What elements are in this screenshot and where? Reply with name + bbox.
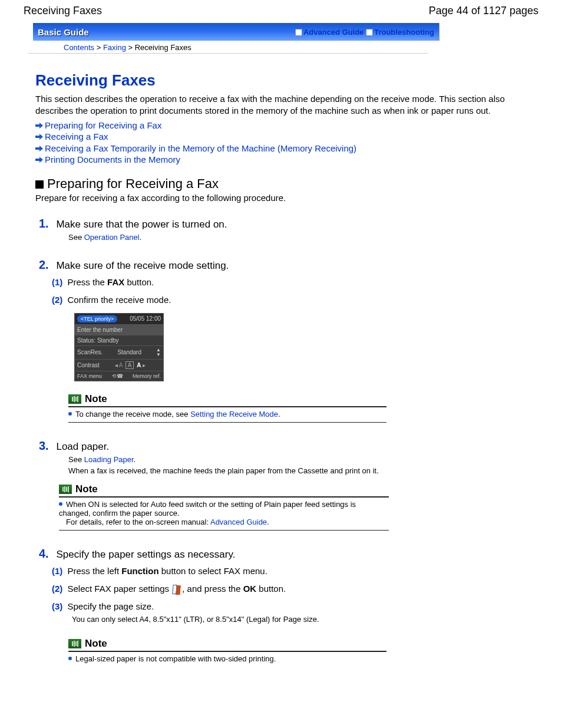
section-heading: Preparing for Receiving a Fax — [35, 176, 527, 192]
note-icon — [68, 394, 81, 404]
breadcrumb-current: Receiving Faxes — [135, 43, 191, 52]
step-2: 2. Make sure of the receive mode setting… — [35, 258, 527, 423]
bullet-icon — [59, 502, 62, 506]
substep-4-3: (3) Specify the page size. — [52, 599, 527, 614]
advanced-guide-link[interactable]: Advanced Guide — [303, 28, 364, 37]
page-title: Receiving Faxes — [35, 71, 527, 90]
see-line: See Operation Panel. — [68, 233, 527, 242]
lcd-time: 05/05 12:00 — [130, 315, 161, 322]
square-icon — [295, 29, 302, 36]
arrow-icon — [35, 157, 44, 163]
substep-2-2: (2) Confirm the receive mode. — [52, 293, 527, 307]
lcd-mode-tab: <TEL priority> — [77, 315, 117, 322]
setting-receive-mode-link[interactable]: Setting the Receive Mode — [190, 410, 278, 419]
note-box-1: Note To change the receive mode, see Set… — [68, 393, 386, 423]
step-text: Make sure that the power is turned on. — [56, 219, 227, 230]
breadcrumb: Contents > Faxing > Receiving Faxes — [28, 41, 428, 54]
breadcrumb-contents[interactable]: Contents — [64, 43, 94, 52]
note-icon — [68, 639, 81, 648]
step-text: Load paper. — [56, 441, 109, 452]
operation-panel-link[interactable]: Operation Panel — [84, 233, 140, 242]
step-number: 3. — [39, 439, 49, 452]
toc-link[interactable]: Receiving a Fax Temporarily in the Memor… — [45, 143, 356, 153]
intro-text: This section describes the operation to … — [35, 93, 527, 117]
lcd-menu-right: Memory ref. — [133, 373, 161, 379]
step-text: Specify the paper settings as necessary. — [56, 549, 235, 560]
toc-link[interactable]: Preparing for Receiving a Fax — [45, 120, 161, 130]
guide-links: Advanced Guide Troubleshooting — [295, 28, 434, 37]
substep-4-2: (2) Select FAX paper settings , and pres… — [52, 582, 527, 596]
note-title: Note — [85, 393, 107, 405]
square-bullet-icon — [35, 180, 44, 189]
arrow-icon — [35, 123, 44, 129]
lcd-menu-left: FAX menu — [77, 373, 102, 379]
page-indicator: Page 44 of 1127 pages — [429, 5, 538, 17]
guide-bar: Basic Guide Advanced Guide Troubleshooti… — [33, 23, 439, 41]
square-icon — [366, 29, 373, 36]
lcd-status: Status: Standby — [77, 337, 119, 344]
loading-paper-link[interactable]: Loading Paper — [84, 455, 134, 464]
paper-settings-icon — [173, 585, 181, 594]
note-icon — [59, 485, 72, 494]
arrow-icon — [35, 146, 44, 151]
advanced-guide-link[interactable]: Advanced Guide — [210, 518, 267, 526]
guide-title: Basic Guide — [38, 27, 89, 37]
lcd-scanres-label: ScanRes. — [77, 349, 103, 355]
arrow-icon — [35, 134, 44, 140]
doc-title: Receiving Faxes — [24, 5, 102, 17]
substep-desc: You can only select A4, 8.5"x11" (LTR), … — [72, 614, 527, 625]
substep-4-1: (1) Press the left Function button to se… — [52, 564, 527, 578]
breadcrumb-faxing[interactable]: Faxing — [103, 43, 126, 52]
note-title: Note — [75, 483, 98, 495]
toc-list: Preparing for Receiving a Fax Receiving … — [35, 120, 527, 166]
lcd-enter: Enter the number — [77, 327, 123, 333]
step-number: 1. — [39, 217, 49, 230]
note-box-2: Note When ON is selected for Auto feed s… — [59, 483, 389, 531]
bullet-icon — [68, 412, 72, 416]
step-3: 3. Load paper. See Loading Paper. When a… — [35, 439, 527, 531]
step-desc: When a fax is received, the machine feed… — [68, 466, 527, 475]
toc-link[interactable]: Printing Documents in the Memory — [45, 154, 180, 164]
step-text: Make sure of the receive mode setting. — [56, 260, 229, 271]
step-4: 4. Specify the paper settings as necessa… — [35, 547, 527, 667]
lcd-scanres-value: Standard — [103, 349, 156, 355]
troubleshooting-link[interactable]: Troubleshooting — [374, 28, 434, 37]
substep-2-1: (1) Press the FAX button. — [52, 275, 527, 289]
see-line: See Loading Paper. — [68, 455, 527, 464]
note-box-3: Note Legal-sized paper is not compatible… — [68, 638, 386, 667]
lcd-contrast-label: Contrast — [77, 362, 100, 368]
toc-link[interactable]: Receiving a Fax — [45, 131, 108, 141]
bullet-icon — [68, 657, 72, 660]
page-header: Receiving Faxes Page 44 of 1127 pages — [0, 0, 562, 23]
note-title: Note — [85, 638, 107, 650]
lcd-screen-mock: <TEL priority> 05/05 12:00 Enter the num… — [74, 313, 164, 381]
section-subtext: Prepare for receiving a fax according to… — [35, 193, 527, 203]
step-number: 4. — [39, 547, 49, 560]
step-1: 1. Make sure that the power is turned on… — [35, 217, 527, 242]
step-number: 2. — [39, 258, 49, 271]
